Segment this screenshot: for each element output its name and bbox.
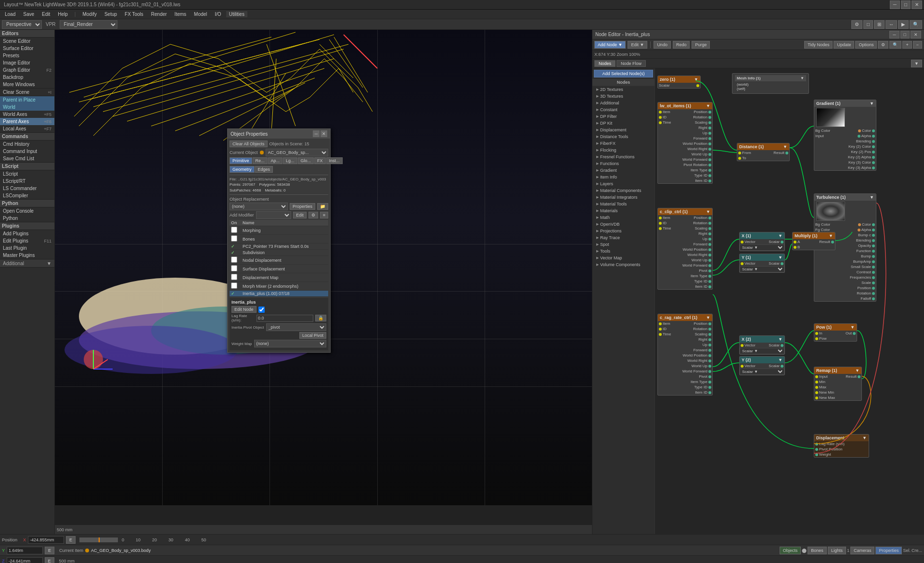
- tool-btn-2[interactable]: □: [863, 20, 873, 29]
- bones-checkbox[interactable]: [231, 235, 237, 242]
- category-2d-textures[interactable]: ▶2D Textures: [592, 86, 654, 93]
- lw-items-time-port[interactable]: [659, 121, 662, 124]
- clip-forward-port[interactable]: [708, 243, 711, 246]
- sidebar-item-world-axes[interactable]: World Axes+F5: [0, 111, 54, 118]
- gradient-alpha-port[interactable]: [872, 135, 875, 138]
- lw-items-wf-port[interactable]: [708, 158, 711, 161]
- clip-wp-port[interactable]: [708, 248, 711, 251]
- y-lock-btn[interactable]: E: [45, 547, 54, 554]
- objects-btn[interactable]: Objects: [780, 547, 801, 554]
- z-lock-btn[interactable]: E: [45, 557, 54, 563]
- node-remap-1[interactable]: Remap (1) ▼ Input Result Min Max: [814, 367, 862, 401]
- sidebar-item-command-input[interactable]: Command Input: [0, 148, 54, 155]
- add-node-btn[interactable]: Add Node ▼: [594, 41, 626, 49]
- modifier-row-nodal[interactable]: Nodal Displacement: [230, 256, 328, 265]
- multiply-result-port[interactable]: [831, 241, 834, 243]
- disp-weight-port[interactable]: [815, 453, 818, 456]
- lw-items-tid-port[interactable]: [708, 174, 711, 177]
- clip-rotation-port[interactable]: [708, 222, 711, 225]
- category-flocking[interactable]: ▶Flocking: [592, 147, 654, 154]
- dialog-titlebar[interactable]: Object Properties ─ ✕: [228, 129, 330, 139]
- turb-ss-port[interactable]: [872, 266, 875, 269]
- menu-item-edit[interactable]: Edit: [39, 11, 53, 17]
- node-zoom-btn[interactable]: +: [902, 41, 911, 49]
- lw-items-item-port[interactable]: [659, 111, 662, 114]
- modifier-row-surface-disp[interactable]: Surface Displacement: [230, 265, 328, 273]
- node-pow-1[interactable]: Pow (1) ▼ In Out Pow: [814, 323, 857, 342]
- turb-bump-port[interactable]: [872, 234, 875, 237]
- properties-btn[interactable]: Properties: [290, 203, 315, 210]
- clip-wr-port[interactable]: [708, 254, 711, 256]
- lw-items-wp-port[interactable]: [708, 142, 711, 145]
- node-collapse-btn[interactable]: ▼: [911, 60, 922, 67]
- edit-node-checkbox[interactable]: [258, 307, 265, 313]
- x2-vector-port[interactable]: [741, 344, 744, 347]
- rag-item-port[interactable]: [659, 322, 662, 325]
- mesh-info-block[interactable]: Mesh Info (1) ▼ (world) (self): [732, 73, 809, 94]
- category-spot[interactable]: ▶Spot: [592, 241, 654, 248]
- node-rag-rate-ctrl-1[interactable]: c_rag_rate_ctrl (1) ▼ Item Position ID R…: [657, 314, 713, 396]
- node-displacement[interactable]: Displacement ▼ Lag Rate (s/m) Pivot Posi…: [814, 434, 869, 458]
- sidebar-item-ls-commander[interactable]: LS Commander: [0, 185, 54, 192]
- turb-freq-port[interactable]: [872, 276, 875, 279]
- category-material-integrators[interactable]: ▶Material Integrators: [592, 194, 654, 201]
- node-canvas[interactable]: Add Selected Node(s) Nodes ▶2D Textures …: [592, 68, 924, 534]
- multiply-a-port[interactable]: [794, 241, 796, 243]
- inst-tab[interactable]: Inst...: [326, 157, 343, 164]
- category-additional[interactable]: ▶Additional: [592, 100, 654, 106]
- close-btn[interactable]: ✕: [911, 0, 922, 9]
- sidebar-item-presets[interactable]: Presets: [0, 52, 54, 59]
- x1-vector-port[interactable]: [741, 241, 744, 243]
- category-gradient[interactable]: ▶Gradient: [592, 167, 654, 174]
- node-flow-tab[interactable]: Node Flow: [616, 60, 646, 67]
- category-fresnel[interactable]: ▶Fresnel Functions: [592, 154, 654, 160]
- node-multiply-1[interactable]: Multiply (1) ▼ A Result B: [792, 232, 835, 250]
- sidebar-item-clear-scene[interactable]: Clear Scene+I: [0, 89, 54, 96]
- turb-blending-port[interactable]: [872, 239, 875, 242]
- rag-forward-port[interactable]: [708, 349, 711, 352]
- y-position-input[interactable]: [7, 547, 43, 554]
- lw-items-wr-port[interactable]: [708, 148, 711, 151]
- menu-item-items[interactable]: Items: [172, 11, 189, 17]
- rag-wu-port[interactable]: [708, 365, 711, 368]
- category-vector-map[interactable]: ▶Vector Map: [592, 255, 654, 261]
- obj-replacement-icon-btn[interactable]: 📁: [317, 203, 328, 210]
- gradient-k2a-port[interactable]: [872, 156, 875, 159]
- sidebar-item-add-plugins[interactable]: Add Plugins: [0, 230, 54, 237]
- node-gradient-1[interactable]: Gradient (1) ▼ Bg Color Color Input Alph…: [814, 100, 876, 171]
- tidy-nodes-btn[interactable]: Tidy Nodes: [804, 41, 833, 49]
- rag-id-port[interactable]: [659, 328, 662, 331]
- pow-in-port[interactable]: [815, 332, 818, 335]
- purge-btn[interactable]: Purge: [692, 41, 710, 49]
- restore-btn[interactable]: □: [901, 0, 911, 9]
- bones-btn[interactable]: Bones: [808, 547, 827, 554]
- lw-items-rotation-port[interactable]: [708, 116, 711, 119]
- node-zoom-out-btn[interactable]: −: [913, 41, 922, 49]
- rag-rotation-port[interactable]: [708, 328, 711, 331]
- node-editor-close[interactable]: ✕: [911, 31, 921, 38]
- disp-map-checkbox[interactable]: [231, 274, 237, 280]
- category-projections[interactable]: ▶Projections: [592, 228, 654, 234]
- lw-items-pr-port[interactable]: [708, 164, 711, 166]
- add-selected-node-btn[interactable]: Add Selected Node(s): [594, 70, 653, 77]
- rag-time-port[interactable]: [659, 333, 662, 336]
- weight-map-select[interactable]: (none): [254, 340, 326, 347]
- node-x-2[interactable]: X (2) ▼ Vector Scalar Scalar ▼: [739, 335, 785, 355]
- rag-iid-port[interactable]: [708, 391, 711, 394]
- sidebar-item-save-cmd-list[interactable]: Save Cmd List: [0, 155, 54, 162]
- sidebar-item-graph-editor[interactable]: Graph EditorF2: [0, 66, 54, 74]
- turb-falloff-port[interactable]: [872, 297, 875, 300]
- node-distance-1[interactable]: Distance (1) ▼ From Result To: [737, 143, 790, 161]
- rag-up-port[interactable]: [708, 344, 711, 346]
- lag-rate-input[interactable]: [257, 315, 313, 322]
- y1-select[interactable]: Scalar ▼: [740, 266, 784, 272]
- remap-min-port[interactable]: [815, 381, 818, 384]
- sidebar-item-python[interactable]: Python: [0, 215, 54, 222]
- distance-result-port[interactable]: [785, 152, 788, 154]
- turb-opacity-port[interactable]: [872, 244, 875, 247]
- x1-select[interactable]: Scalar ▼: [740, 244, 784, 251]
- node-y-2[interactable]: Y (2) ▼ Vector Scalar Scalar ▼: [739, 356, 785, 375]
- sidebar-item-surface-editor[interactable]: Surface Editor: [0, 45, 54, 52]
- remap-result-port[interactable]: [858, 375, 860, 378]
- turb-contrast-port[interactable]: [872, 271, 875, 274]
